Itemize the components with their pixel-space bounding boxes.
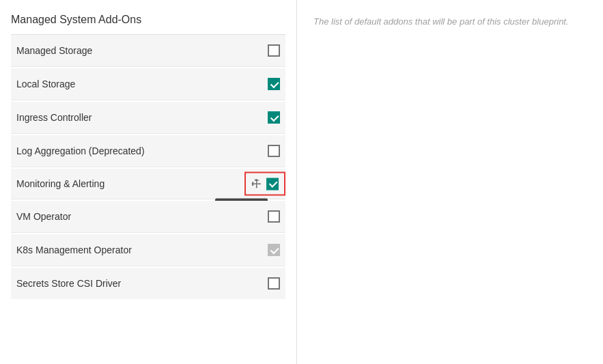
page-layout: Managed System Add-Ons Managed Storage L… bbox=[0, 0, 603, 364]
addon-label-monitoring-alerting: Monitoring & Alerting bbox=[16, 178, 104, 189]
checkbox-managed-storage[interactable] bbox=[268, 44, 280, 57]
addon-list: Managed Storage Local Storage Ingress Co… bbox=[11, 35, 285, 299]
addon-row-monitoring-alerting: Monitoring & Alerting ⚒ Customize bbox=[11, 169, 285, 199]
addon-row-k8s-management: K8s Management Operator bbox=[11, 234, 285, 266]
addon-controls-secrets-store bbox=[268, 277, 280, 290]
addon-row-vm-operator: VM Operator bbox=[11, 201, 285, 233]
customize-icon[interactable]: ⚒ bbox=[248, 176, 264, 191]
checkbox-k8s-management[interactable] bbox=[268, 244, 280, 256]
checkbox-ingress-controller[interactable] bbox=[268, 111, 280, 124]
left-panel: Managed System Add-Ons Managed Storage L… bbox=[0, 0, 297, 364]
checkbox-vm-operator[interactable] bbox=[268, 210, 280, 223]
addon-label-vm-operator: VM Operator bbox=[16, 211, 71, 222]
addon-controls-local-storage bbox=[268, 78, 280, 90]
addon-controls-ingress-controller bbox=[268, 111, 280, 124]
checkbox-monitoring-alerting[interactable] bbox=[266, 178, 279, 190]
addon-controls-vm-operator bbox=[268, 210, 280, 223]
section-title: Managed System Add-Ons bbox=[11, 14, 285, 26]
monitoring-highlight-box: ⚒ Customize bbox=[244, 172, 285, 196]
addon-row-managed-storage: Managed Storage bbox=[11, 35, 285, 67]
addon-label-log-aggregation: Log Aggregation (Deprecated) bbox=[16, 145, 145, 156]
addon-label-managed-storage: Managed Storage bbox=[16, 45, 92, 56]
checkbox-local-storage[interactable] bbox=[268, 78, 280, 90]
addon-label-local-storage: Local Storage bbox=[16, 79, 75, 89]
addon-row-local-storage: Local Storage bbox=[11, 68, 285, 100]
checkbox-secrets-store[interactable] bbox=[268, 277, 280, 290]
right-panel: The list of default addons that will be … bbox=[297, 0, 603, 364]
addon-label-secrets-store: Secrets Store CSI Driver bbox=[16, 278, 121, 289]
addon-label-k8s-management: K8s Management Operator bbox=[16, 244, 132, 255]
addon-label-ingress-controller: Ingress Controller bbox=[16, 112, 92, 123]
checkbox-log-aggregation[interactable] bbox=[268, 145, 280, 157]
addon-controls-log-aggregation bbox=[268, 145, 280, 157]
addon-row-log-aggregation: Log Aggregation (Deprecated) bbox=[11, 135, 285, 167]
right-description: The list of default addons that will be … bbox=[313, 16, 587, 27]
addon-controls-managed-storage bbox=[268, 44, 280, 57]
addon-row-secrets-store: Secrets Store CSI Driver bbox=[11, 268, 285, 299]
addon-controls-k8s-management bbox=[268, 244, 280, 256]
addon-row-ingress-controller: Ingress Controller bbox=[11, 102, 285, 134]
